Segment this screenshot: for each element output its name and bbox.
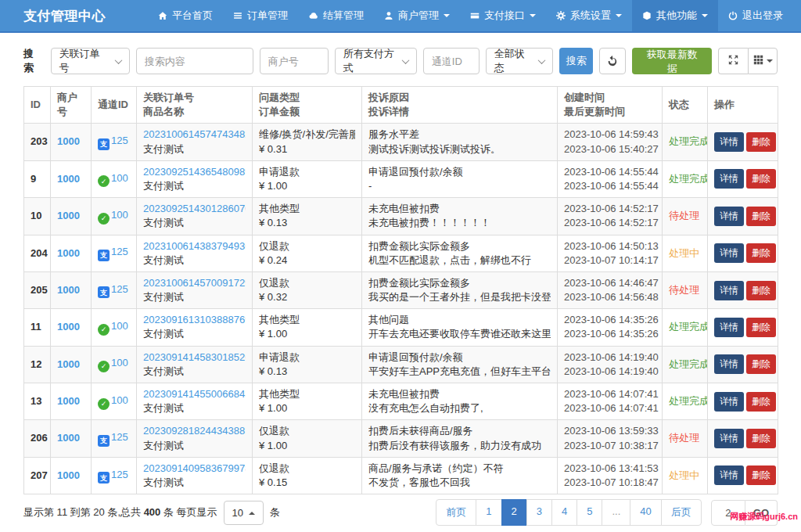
delete-button[interactable]: 删除 xyxy=(746,207,776,226)
wechat-pay-icon: ✓ xyxy=(98,324,110,336)
delete-button[interactable]: 删除 xyxy=(746,169,776,189)
order-link[interactable]: 2023091414583018526 xyxy=(143,351,246,363)
columns-button[interactable] xyxy=(748,48,778,74)
page-button-4[interactable]: 4 xyxy=(551,499,577,526)
nav-item-1[interactable]: 订单管理 xyxy=(223,0,298,31)
delete-button[interactable]: 删除 xyxy=(746,243,776,263)
merchant-link[interactable]: 1000 xyxy=(57,432,80,444)
nav-item-0[interactable]: 平台首页 xyxy=(148,0,223,31)
detail-button[interactable]: 详情 xyxy=(714,466,744,485)
wechat-pay-icon: ✓ xyxy=(98,175,110,187)
cell-id: 205 xyxy=(24,271,51,308)
order-link[interactable]: 2023100614383794936 xyxy=(143,240,246,252)
channel-link[interactable]: 100 xyxy=(111,172,128,184)
order-link[interactable]: 2023091613103888769 xyxy=(143,314,246,325)
status-badge: 待处理 xyxy=(669,210,699,221)
nav-item-7[interactable]: 退出登录 xyxy=(718,0,793,31)
complaint-reason: 扣费金额比实际金额多 xyxy=(368,276,551,290)
prev-page-button[interactable]: 前页 xyxy=(436,499,476,526)
detail-button[interactable]: 详情 xyxy=(714,318,744,337)
page-button-1[interactable]: 1 xyxy=(476,499,501,526)
search-keyword-input[interactable] xyxy=(136,48,253,74)
complaint-reason: 商品/服务与承诺（约定）不符 xyxy=(368,462,551,476)
detail-button[interactable]: 详情 xyxy=(714,207,744,226)
complaint-detail: - xyxy=(368,179,551,193)
order-link[interactable]: 2023092818244343881 xyxy=(143,425,246,437)
merchant-link[interactable]: 1000 xyxy=(57,210,80,221)
merchant-link[interactable]: 1000 xyxy=(57,284,80,296)
detail-button[interactable]: 详情 xyxy=(714,281,744,300)
channel-link[interactable]: 125 xyxy=(111,246,128,257)
merchant-link[interactable]: 1000 xyxy=(57,173,80,185)
updated-time: 2023-10-06 14:07:41 xyxy=(564,401,656,415)
order-link[interactable]: 2023092514365480989 xyxy=(143,166,246,178)
alipay-icon: 支 xyxy=(98,138,110,150)
page-button-2[interactable]: 2 xyxy=(501,499,527,526)
delete-button[interactable]: 删除 xyxy=(746,281,776,300)
nav-item-4[interactable]: 支付接口 xyxy=(460,0,546,31)
merchant-link[interactable]: 1000 xyxy=(57,358,80,370)
product-name: 支付测试 xyxy=(143,327,246,341)
channel-link[interactable]: 100 xyxy=(111,320,128,332)
channel-link[interactable]: 125 xyxy=(111,469,128,480)
channel-link[interactable]: 100 xyxy=(111,209,128,221)
delete-button[interactable]: 删除 xyxy=(746,429,776,448)
nav-item-6[interactable]: 其他功能 xyxy=(632,0,718,31)
page-button-40[interactable]: 40 xyxy=(630,499,661,526)
delete-button[interactable]: 删除 xyxy=(746,354,776,374)
merchant-link[interactable]: 1000 xyxy=(57,321,80,332)
delete-button[interactable]: 删除 xyxy=(746,466,776,485)
nav-item-2[interactable]: 结算管理 xyxy=(298,0,374,31)
cell-id: 203 xyxy=(24,124,51,160)
detail-button[interactable]: 详情 xyxy=(714,429,744,448)
order-link[interactable]: 2023091409583679978 xyxy=(143,462,246,474)
order-link[interactable]: 2023091414550066843 xyxy=(143,388,246,400)
fullscreen-button[interactable] xyxy=(718,48,748,74)
delete-button[interactable]: 删除 xyxy=(746,392,776,412)
detail-button[interactable]: 详情 xyxy=(714,392,744,412)
channel-link[interactable]: 100 xyxy=(111,394,128,406)
merchant-link[interactable]: 1000 xyxy=(57,395,80,407)
order-link[interactable]: 2023092514301286070 xyxy=(143,203,246,214)
detail-button[interactable]: 详情 xyxy=(714,132,744,152)
status-badge: 待处理 xyxy=(669,284,699,296)
nav-item-5[interactable]: 系统设置 xyxy=(546,0,632,31)
channel-link[interactable]: 125 xyxy=(111,283,128,295)
channel-link[interactable]: 100 xyxy=(111,357,128,368)
channel-link[interactable]: 125 xyxy=(111,135,128,146)
issue-type: 仅退款 xyxy=(259,424,355,438)
search-button[interactable]: 搜索 xyxy=(559,48,593,74)
complaint-reason: 其他问题 xyxy=(368,313,551,327)
delete-button[interactable]: 删除 xyxy=(746,132,776,152)
complaint-detail: 测试投诉测试投诉测试投诉。 xyxy=(368,142,551,156)
search-field-select[interactable]: 关联订单号 xyxy=(51,48,130,74)
detail-button[interactable]: 详情 xyxy=(714,243,744,263)
refresh-icon xyxy=(607,56,618,66)
per-page-select[interactable]: 10 xyxy=(224,501,264,525)
detail-button[interactable]: 详情 xyxy=(714,354,744,374)
columns-grid-icon xyxy=(753,55,763,67)
status-select[interactable]: 全部状态 xyxy=(486,48,553,74)
order-link[interactable]: 2023100614570091729 xyxy=(143,277,246,289)
order-link[interactable]: 2023100614574743482 xyxy=(143,128,246,140)
paytype-select[interactable]: 所有支付方式 xyxy=(335,48,417,74)
nav-item-3[interactable]: 商户管理 xyxy=(374,0,460,31)
table-row: 207 1000 支125 2023091409583679978 支付测试 仅… xyxy=(24,457,778,494)
column-header-3: 关联订单号商品名称 xyxy=(137,87,253,124)
refresh-button[interactable] xyxy=(599,48,626,74)
delete-button[interactable]: 删除 xyxy=(746,318,776,337)
merchant-link[interactable]: 1000 xyxy=(57,247,80,259)
page-button-3[interactable]: 3 xyxy=(526,499,552,526)
next-page-button[interactable]: 后页 xyxy=(661,499,702,526)
page-button-5[interactable]: 5 xyxy=(577,499,602,526)
go-button[interactable]: GO xyxy=(745,500,778,526)
detail-button[interactable]: 详情 xyxy=(714,169,744,189)
channel-id-input[interactable] xyxy=(423,48,480,74)
page-jump-input[interactable] xyxy=(711,500,745,526)
caret-down-icon xyxy=(530,14,536,20)
channel-link[interactable]: 125 xyxy=(111,431,128,443)
merchant-link[interactable]: 1000 xyxy=(57,135,80,147)
get-latest-button[interactable]: 获取最新数据 xyxy=(632,48,712,74)
merchant-link[interactable]: 1000 xyxy=(57,469,80,481)
merchant-input[interactable] xyxy=(260,48,329,74)
